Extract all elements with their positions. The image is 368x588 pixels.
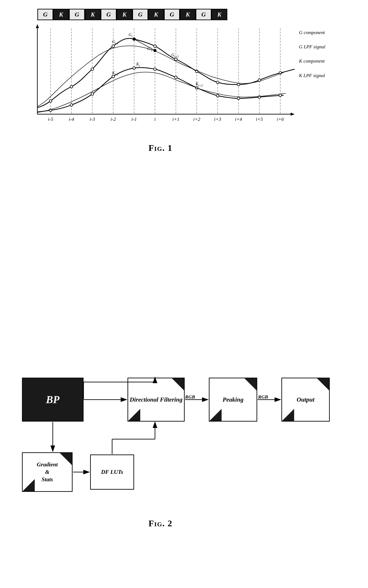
svg-point-31 (112, 45, 115, 47)
legend-g-component: G component (299, 28, 347, 36)
svg-text:i+4: i+4 (235, 116, 242, 122)
pixel-k3: K (117, 9, 132, 20)
pixel-g5: G (164, 9, 180, 20)
rgb-label-2: RGB (258, 394, 268, 400)
svg-point-50 (112, 75, 115, 78)
pixel-k4: K (148, 9, 164, 20)
chart-svg: i-5 i-4 i-3 i-2 i-1 i i+1 i+2 i+3 i+4 i+… (18, 22, 303, 127)
svg-point-53 (175, 76, 177, 79)
output-box: Output (281, 378, 330, 421)
svg-text:i+6: i+6 (277, 116, 284, 122)
svg-point-48 (70, 104, 73, 106)
legend-k-component: K component (299, 57, 347, 65)
svg-text:i-2: i-2 (110, 116, 116, 122)
svg-point-51 (133, 67, 135, 69)
pixel-g2: G (69, 9, 85, 20)
svg-text:i-3: i-3 (90, 116, 95, 122)
svg-marker-1 (36, 24, 39, 28)
pixel-g1: G (37, 9, 53, 20)
peaking-box: Peaking (209, 378, 257, 421)
svg-point-55 (216, 94, 219, 97)
svg-text:i+2: i+2 (193, 116, 200, 122)
df-luts-box: DF LUTs (90, 455, 134, 490)
directional-filtering-box: Directional Filtering (128, 378, 185, 421)
bp-box: BP (22, 378, 83, 421)
fig1-caption: Fig. 1 (18, 143, 303, 153)
svg-text:i-1: i-1 (131, 116, 137, 122)
pixel-k2: K (85, 9, 101, 20)
svg-point-30 (91, 68, 94, 70)
fig2-container: BP Directional Filtering Peaking Output … (18, 369, 347, 544)
svg-point-36 (216, 81, 219, 84)
pixel-g4: G (132, 9, 148, 20)
svg-text:i+5: i+5 (256, 116, 263, 122)
fig1-container: G K G K G K G K G K G K (18, 7, 347, 156)
svg-text:i: i (154, 116, 156, 122)
pixel-g3: G (101, 9, 117, 20)
chart-legend: G component G LPF signal K component K L… (299, 28, 347, 86)
svg-text:i-5: i-5 (48, 116, 53, 122)
svg-marker-3 (291, 113, 294, 116)
svg-point-37 (237, 83, 240, 86)
svg-point-29 (70, 85, 73, 88)
pixel-strip: G K G K G K G K G K G K (37, 9, 227, 20)
svg-point-52 (154, 68, 156, 70)
pixel-g6: G (196, 9, 212, 20)
block-diagram: BP Directional Filtering Peaking Output … (18, 373, 347, 509)
rgb-label-1: RGB (185, 394, 195, 400)
fig2-caption: Fig. 2 (18, 518, 303, 528)
pixel-k5: K (180, 9, 196, 20)
pixel-k6: K (212, 9, 227, 20)
legend-k-lpf: K LPF signal (299, 71, 347, 79)
svg-point-56 (237, 97, 240, 100)
svg-point-58 (279, 94, 282, 97)
svg-point-28 (49, 100, 52, 102)
svg-text:Ki: Ki (136, 62, 140, 67)
gradient-stats-box: Gradient & Stats (22, 452, 73, 492)
svg-text:i+3: i+3 (214, 116, 221, 122)
svg-point-49 (91, 93, 94, 95)
svg-text:i+1: i+1 (172, 116, 179, 122)
svg-point-33 (154, 45, 156, 47)
svg-point-34 (175, 58, 177, 61)
pixel-k1: K (53, 9, 69, 20)
svg-text:Gi: Gi (129, 33, 132, 38)
legend-g-lpf: G LPF signal (299, 43, 347, 51)
svg-text:i-4: i-4 (69, 116, 74, 122)
